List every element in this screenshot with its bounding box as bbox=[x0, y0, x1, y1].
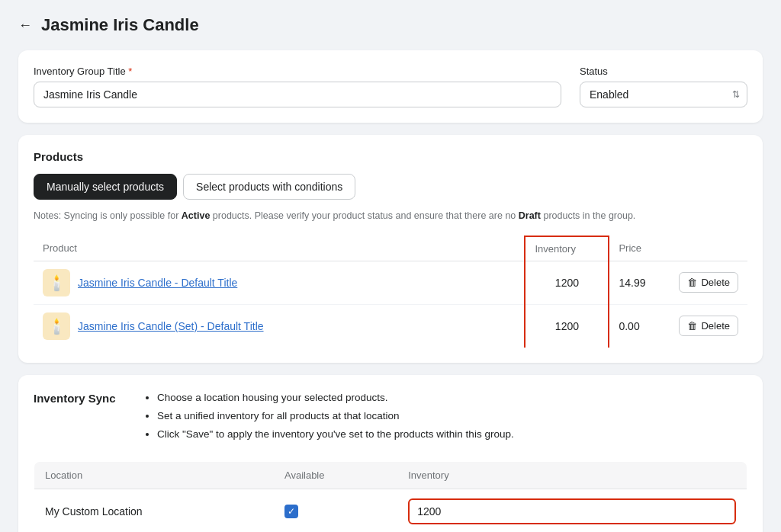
sync-inventory-1 bbox=[397, 489, 747, 532]
product-cell-2: 🕯️ Jasmine Iris Candle (Set) - Default T… bbox=[34, 304, 525, 348]
products-note: Notes: Syncing is only possible for Acti… bbox=[34, 209, 747, 223]
status-select[interactable]: Enabled Disabled Draft bbox=[580, 82, 747, 107]
price-cell-1: 14.99 bbox=[609, 261, 670, 304]
product-thumbnail-1: 🕯️ bbox=[43, 269, 70, 296]
col-header-price: Price bbox=[609, 236, 670, 261]
title-label: Inventory Group Title * bbox=[34, 66, 561, 77]
delete-label-2: Delete bbox=[701, 320, 730, 332]
products-card: Products Manually select products Select… bbox=[18, 135, 763, 363]
sync-available-1: ✓ bbox=[274, 489, 397, 532]
sync-bullet-1: Choose a location housing your selected … bbox=[157, 390, 514, 405]
trash-icon-1: 🗑 bbox=[687, 277, 697, 288]
status-form-group: Status Enabled Disabled Draft ⇅ bbox=[580, 66, 747, 107]
inventory-cell-2: 1200 bbox=[525, 304, 609, 348]
col-header-product: Product bbox=[34, 236, 525, 261]
delete-button-2[interactable]: 🗑 Delete bbox=[679, 316, 738, 336]
sync-table: Location Available Inventory My Custom L… bbox=[34, 461, 747, 533]
checkmark-icon: ✓ bbox=[288, 507, 295, 516]
back-button[interactable]: ← bbox=[18, 18, 32, 34]
tab-conditions-select[interactable]: Select products with conditions bbox=[183, 174, 355, 200]
delete-label-1: Delete bbox=[701, 277, 730, 288]
status-label: Status bbox=[580, 66, 747, 77]
sync-section-title: Inventory Sync bbox=[34, 390, 125, 446]
trash-icon-2: 🗑 bbox=[687, 320, 697, 332]
sync-col-location: Location bbox=[34, 461, 274, 489]
inventory-sync-card: Inventory Sync Choose a location housing… bbox=[18, 375, 763, 532]
products-table: Product Inventory Price 🕯️ Jasmine Iris … bbox=[34, 236, 747, 348]
sync-col-available: Available bbox=[274, 461, 397, 489]
product-thumbnail-2: 🕯️ bbox=[43, 312, 70, 340]
sync-bullet-3: Click "Save" to apply the inventory you'… bbox=[157, 427, 514, 442]
inventory-cell-1: 1200 bbox=[525, 261, 609, 304]
title-input[interactable] bbox=[34, 82, 561, 107]
sync-location-1: My Custom Location bbox=[34, 489, 274, 532]
status-select-wrapper: Enabled Disabled Draft ⇅ bbox=[580, 82, 747, 107]
product-cell-1: 🕯️ Jasmine Iris Candle - Default Title bbox=[34, 261, 525, 304]
tab-manual-select[interactable]: Manually select products bbox=[34, 174, 177, 200]
title-form-group: Inventory Group Title * bbox=[34, 66, 561, 107]
col-header-action bbox=[670, 236, 747, 261]
action-cell-2: 🗑 Delete bbox=[670, 304, 747, 348]
col-header-inventory: Inventory bbox=[525, 236, 609, 261]
sync-inventory-input-1[interactable] bbox=[408, 498, 736, 524]
sync-col-inventory: Inventory bbox=[397, 461, 747, 489]
price-cell-2: 0.00 bbox=[609, 304, 670, 348]
availability-checkbox-1[interactable]: ✓ bbox=[284, 505, 298, 518]
product-link-1[interactable]: Jasmine Iris Candle - Default Title bbox=[78, 277, 237, 289]
delete-button-1[interactable]: 🗑 Delete bbox=[679, 272, 738, 293]
form-card: Inventory Group Title * Status Enabled D… bbox=[18, 50, 763, 123]
products-section-title: Products bbox=[34, 150, 747, 163]
required-indicator: * bbox=[128, 66, 132, 77]
table-row: 🕯️ Jasmine Iris Candle - Default Title 1… bbox=[34, 261, 747, 304]
table-row: 🕯️ Jasmine Iris Candle (Set) - Default T… bbox=[34, 304, 747, 348]
product-link-2[interactable]: Jasmine Iris Candle (Set) - Default Titl… bbox=[78, 320, 264, 332]
sync-header: Inventory Sync Choose a location housing… bbox=[34, 390, 747, 446]
tab-buttons: Manually select products Select products… bbox=[34, 174, 747, 200]
sync-row-1: My Custom Location ✓ bbox=[34, 489, 747, 532]
sync-bullets: Choose a location housing your selected … bbox=[143, 390, 514, 446]
action-cell-1: 🗑 Delete bbox=[670, 261, 747, 304]
page-title: Jasmine Iris Candle bbox=[41, 15, 199, 35]
page-header: ← Jasmine Iris Candle bbox=[18, 15, 763, 35]
sync-bullet-2: Set a unified inventory for all products… bbox=[157, 409, 514, 424]
